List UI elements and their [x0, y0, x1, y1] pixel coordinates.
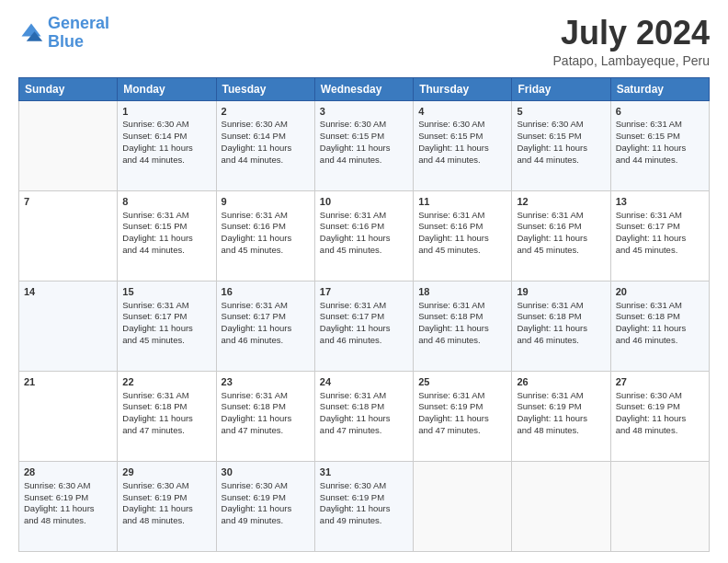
day-number: 9 [222, 195, 310, 209]
calendar-week-2: 78Sunrise: 6:31 AMSunset: 6:15 PMDayligh… [19, 190, 710, 281]
day-number: 14 [24, 285, 112, 299]
day-info: Sunrise: 6:30 AMSunset: 6:19 PMDaylight:… [24, 480, 112, 527]
day-info: Sunrise: 6:30 AMSunset: 6:15 PMDaylight:… [320, 119, 408, 166]
calendar-cell: 24Sunrise: 6:31 AMSunset: 6:18 PMDayligh… [314, 371, 413, 461]
day-info: Sunrise: 6:31 AMSunset: 6:18 PMDaylight:… [320, 390, 408, 437]
calendar-cell: 9Sunrise: 6:31 AMSunset: 6:16 PMDaylight… [216, 190, 314, 281]
day-info: Sunrise: 6:31 AMSunset: 6:16 PMDaylight:… [222, 210, 310, 257]
day-number: 13 [616, 195, 704, 209]
subtitle: Patapo, Lambayeque, Peru [553, 53, 710, 68]
day-info: Sunrise: 6:31 AMSunset: 6:17 PMDaylight:… [320, 300, 408, 347]
day-number: 17 [320, 285, 408, 299]
calendar-cell [414, 461, 512, 551]
calendar-cell: 28Sunrise: 6:30 AMSunset: 6:19 PMDayligh… [19, 461, 118, 551]
day-number: 27 [616, 375, 704, 389]
calendar-cell: 13Sunrise: 6:31 AMSunset: 6:17 PMDayligh… [610, 190, 709, 281]
day-info: Sunrise: 6:31 AMSunset: 6:15 PMDaylight:… [122, 210, 210, 257]
day-number: 4 [418, 105, 506, 119]
day-info: Sunrise: 6:31 AMSunset: 6:17 PMDaylight:… [122, 300, 210, 347]
day-number: 25 [418, 375, 506, 389]
day-number: 23 [222, 375, 310, 389]
calendar-cell: 14 [19, 281, 118, 371]
day-info: Sunrise: 6:30 AMSunset: 6:15 PMDaylight:… [517, 119, 605, 166]
day-number: 1 [122, 105, 210, 119]
day-info: Sunrise: 6:30 AMSunset: 6:14 PMDaylight:… [222, 119, 310, 166]
calendar-cell: 17Sunrise: 6:31 AMSunset: 6:17 PMDayligh… [314, 281, 413, 371]
day-info: Sunrise: 6:31 AMSunset: 6:19 PMDaylight:… [517, 390, 605, 437]
calendar-cell: 1Sunrise: 6:30 AMSunset: 6:14 PMDaylight… [118, 100, 216, 190]
header-thursday: Thursday [414, 77, 512, 100]
calendar-cell [19, 100, 118, 190]
calendar-cell: 11Sunrise: 6:31 AMSunset: 6:16 PMDayligh… [414, 190, 512, 281]
logo-line2: Blue [48, 32, 84, 51]
day-number: 16 [222, 285, 310, 299]
day-number: 19 [517, 285, 605, 299]
calendar-cell: 23Sunrise: 6:31 AMSunset: 6:18 PMDayligh… [216, 371, 314, 461]
calendar-header: Sunday Monday Tuesday Wednesday Thursday… [19, 77, 710, 100]
day-number: 22 [122, 375, 210, 389]
main-title: July 2024 [553, 15, 710, 52]
calendar-week-1: 1Sunrise: 6:30 AMSunset: 6:14 PMDaylight… [19, 100, 710, 190]
calendar-body: 1Sunrise: 6:30 AMSunset: 6:14 PMDaylight… [19, 100, 710, 551]
header-wednesday: Wednesday [314, 77, 413, 100]
day-number: 6 [616, 105, 704, 119]
svg-marker-0 [22, 23, 41, 36]
header-tuesday: Tuesday [216, 77, 314, 100]
calendar-cell: 20Sunrise: 6:31 AMSunset: 6:18 PMDayligh… [610, 281, 709, 371]
day-info: Sunrise: 6:30 AMSunset: 6:19 PMDaylight:… [222, 480, 310, 527]
calendar-cell [512, 461, 610, 551]
header-saturday: Saturday [610, 77, 709, 100]
calendar-cell: 30Sunrise: 6:30 AMSunset: 6:19 PMDayligh… [216, 461, 314, 551]
calendar-cell: 21 [19, 371, 118, 461]
day-info: Sunrise: 6:30 AMSunset: 6:19 PMDaylight:… [122, 480, 210, 527]
calendar-week-4: 2122Sunrise: 6:31 AMSunset: 6:18 PMDayli… [19, 371, 710, 461]
day-number: 10 [320, 195, 408, 209]
calendar-cell: 29Sunrise: 6:30 AMSunset: 6:19 PMDayligh… [118, 461, 216, 551]
logo-line1: General [48, 14, 109, 32]
calendar-cell: 25Sunrise: 6:31 AMSunset: 6:19 PMDayligh… [414, 371, 512, 461]
day-info: Sunrise: 6:31 AMSunset: 6:18 PMDaylight:… [418, 300, 506, 347]
calendar-cell: 15Sunrise: 6:31 AMSunset: 6:17 PMDayligh… [118, 281, 216, 371]
logo-text: General Blue [48, 15, 109, 52]
day-info: Sunrise: 6:31 AMSunset: 6:16 PMDaylight:… [517, 210, 605, 257]
calendar-cell: 8Sunrise: 6:31 AMSunset: 6:15 PMDaylight… [118, 190, 216, 281]
calendar-cell: 7 [19, 190, 118, 281]
calendar-week-3: 1415Sunrise: 6:31 AMSunset: 6:17 PMDayli… [19, 281, 710, 371]
header-row: Sunday Monday Tuesday Wednesday Thursday… [19, 77, 710, 100]
header-friday: Friday [512, 77, 610, 100]
day-info: Sunrise: 6:31 AMSunset: 6:19 PMDaylight:… [418, 390, 506, 437]
day-number: 11 [418, 195, 506, 209]
day-info: Sunrise: 6:31 AMSunset: 6:18 PMDaylight:… [517, 300, 605, 347]
day-number: 24 [320, 375, 408, 389]
calendar-cell: 16Sunrise: 6:31 AMSunset: 6:17 PMDayligh… [216, 281, 314, 371]
day-info: Sunrise: 6:31 AMSunset: 6:18 PMDaylight:… [222, 390, 310, 437]
header-sunday: Sunday [19, 77, 118, 100]
day-number: 29 [122, 465, 210, 479]
day-info: Sunrise: 6:30 AMSunset: 6:19 PMDaylight:… [616, 390, 704, 437]
day-number: 26 [517, 375, 605, 389]
day-number: 12 [517, 195, 605, 209]
logo: General Blue [18, 15, 109, 52]
page: General Blue July 2024 Patapo, Lambayequ… [0, 0, 728, 563]
calendar-cell: 18Sunrise: 6:31 AMSunset: 6:18 PMDayligh… [414, 281, 512, 371]
day-info: Sunrise: 6:31 AMSunset: 6:17 PMDaylight:… [616, 210, 704, 257]
day-info: Sunrise: 6:30 AMSunset: 6:15 PMDaylight:… [418, 119, 506, 166]
header-monday: Monday [118, 77, 216, 100]
calendar-cell: 12Sunrise: 6:31 AMSunset: 6:16 PMDayligh… [512, 190, 610, 281]
day-info: Sunrise: 6:31 AMSunset: 6:18 PMDaylight:… [122, 390, 210, 437]
calendar-cell: 26Sunrise: 6:31 AMSunset: 6:19 PMDayligh… [512, 371, 610, 461]
calendar-cell: 19Sunrise: 6:31 AMSunset: 6:18 PMDayligh… [512, 281, 610, 371]
day-info: Sunrise: 6:31 AMSunset: 6:15 PMDaylight:… [616, 119, 704, 166]
title-block: July 2024 Patapo, Lambayeque, Peru [553, 15, 710, 68]
day-number: 8 [122, 195, 210, 209]
calendar-cell: 27Sunrise: 6:30 AMSunset: 6:19 PMDayligh… [610, 371, 709, 461]
calendar-cell: 2Sunrise: 6:30 AMSunset: 6:14 PMDaylight… [216, 100, 314, 190]
day-info: Sunrise: 6:31 AMSunset: 6:16 PMDaylight:… [320, 210, 408, 257]
day-info: Sunrise: 6:31 AMSunset: 6:17 PMDaylight:… [222, 300, 310, 347]
header: General Blue July 2024 Patapo, Lambayequ… [18, 15, 710, 68]
calendar-cell: 5Sunrise: 6:30 AMSunset: 6:15 PMDaylight… [512, 100, 610, 190]
day-number: 31 [320, 465, 408, 479]
day-number: 7 [24, 195, 112, 209]
calendar-week-5: 28Sunrise: 6:30 AMSunset: 6:19 PMDayligh… [19, 461, 710, 551]
day-number: 30 [222, 465, 310, 479]
